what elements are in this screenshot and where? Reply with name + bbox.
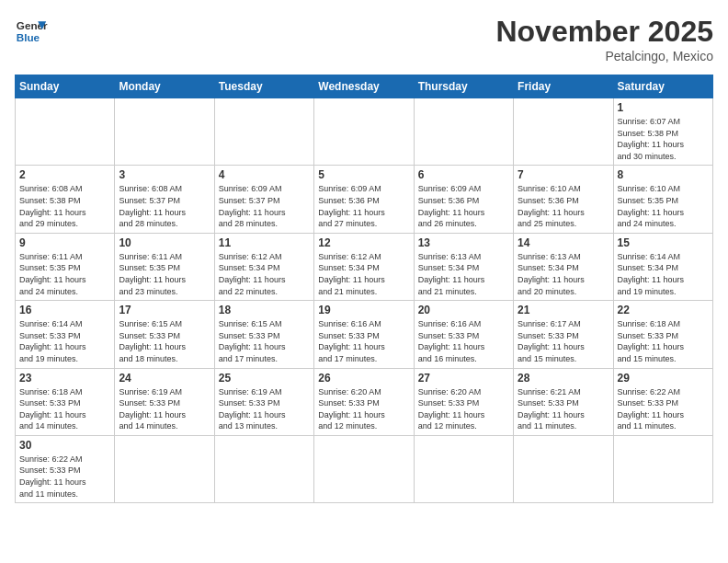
calendar-cell: [613, 435, 712, 502]
day-number: 29: [618, 372, 709, 385]
calendar-cell: 27Sunrise: 6:20 AMSunset: 5:33 PMDayligh…: [414, 368, 513, 435]
week-row-6: 30Sunrise: 6:22 AMSunset: 5:33 PMDayligh…: [16, 435, 713, 502]
logo: General Blue: [15, 15, 48, 48]
week-row-1: 1Sunrise: 6:07 AMSunset: 5:38 PMDaylight…: [16, 98, 713, 166]
day-info: Sunrise: 6:13 AMSunset: 5:34 PMDaylight:…: [418, 251, 509, 297]
day-info: Sunrise: 6:15 AMSunset: 5:33 PMDaylight:…: [119, 318, 210, 364]
calendar-cell: 14Sunrise: 6:13 AMSunset: 5:34 PMDayligh…: [514, 233, 613, 300]
day-info: Sunrise: 6:19 AMSunset: 5:33 PMDaylight:…: [219, 386, 310, 432]
day-number: 2: [19, 168, 110, 181]
day-info: Sunrise: 6:21 AMSunset: 5:33 PMDaylight:…: [518, 386, 609, 432]
day-info: Sunrise: 6:09 AMSunset: 5:37 PMDaylight:…: [219, 183, 310, 229]
day-info: Sunrise: 6:22 AMSunset: 5:33 PMDaylight:…: [618, 386, 709, 432]
calendar-cell: 28Sunrise: 6:21 AMSunset: 5:33 PMDayligh…: [514, 368, 613, 435]
calendar-cell: 10Sunrise: 6:11 AMSunset: 5:35 PMDayligh…: [115, 233, 214, 300]
day-number: 11: [219, 236, 310, 249]
weekday-header-thursday: Thursday: [414, 75, 513, 98]
day-number: 28: [518, 372, 609, 385]
day-number: 26: [318, 372, 409, 385]
day-info: Sunrise: 6:14 AMSunset: 5:33 PMDaylight:…: [19, 318, 110, 364]
day-info: Sunrise: 6:18 AMSunset: 5:33 PMDaylight:…: [618, 318, 709, 364]
calendar-cell: 22Sunrise: 6:18 AMSunset: 5:33 PMDayligh…: [613, 301, 712, 368]
day-number: 15: [618, 236, 709, 249]
calendar-cell: [16, 98, 115, 166]
day-info: Sunrise: 6:11 AMSunset: 5:35 PMDaylight:…: [119, 251, 210, 297]
day-info: Sunrise: 6:17 AMSunset: 5:33 PMDaylight:…: [518, 318, 609, 364]
day-number: 21: [518, 304, 609, 316]
weekday-header-monday: Monday: [115, 75, 214, 98]
page-header: General Blue November 2025 Petalcingo, M…: [15, 15, 713, 63]
day-number: 25: [219, 372, 310, 385]
calendar-table: SundayMondayTuesdayWednesdayThursdayFrid…: [15, 75, 713, 503]
calendar-cell: 12Sunrise: 6:12 AMSunset: 5:34 PMDayligh…: [314, 233, 414, 300]
day-number: 23: [19, 372, 110, 385]
day-info: Sunrise: 6:19 AMSunset: 5:33 PMDaylight:…: [119, 386, 210, 432]
day-info: Sunrise: 6:12 AMSunset: 5:34 PMDaylight:…: [318, 251, 409, 297]
day-info: Sunrise: 6:15 AMSunset: 5:33 PMDaylight:…: [219, 318, 310, 364]
day-info: Sunrise: 6:11 AMSunset: 5:35 PMDaylight:…: [19, 251, 110, 297]
calendar-cell: [514, 435, 613, 502]
weekday-header-tuesday: Tuesday: [214, 75, 313, 98]
day-number: 6: [418, 168, 509, 181]
calendar-cell: [414, 435, 513, 502]
day-info: Sunrise: 6:13 AMSunset: 5:34 PMDaylight:…: [518, 251, 609, 297]
day-number: 24: [119, 372, 210, 385]
day-number: 1: [618, 101, 709, 114]
day-info: Sunrise: 6:20 AMSunset: 5:33 PMDaylight:…: [418, 386, 509, 432]
day-number: 30: [19, 439, 110, 452]
day-info: Sunrise: 6:20 AMSunset: 5:33 PMDaylight:…: [318, 386, 409, 432]
day-info: Sunrise: 6:09 AMSunset: 5:36 PMDaylight:…: [318, 183, 409, 229]
day-number: 5: [318, 168, 409, 181]
weekday-header-row: SundayMondayTuesdayWednesdayThursdayFrid…: [16, 75, 713, 98]
day-info: Sunrise: 6:09 AMSunset: 5:36 PMDaylight:…: [418, 183, 509, 229]
calendar-cell: 30Sunrise: 6:22 AMSunset: 5:33 PMDayligh…: [16, 435, 115, 502]
day-info: Sunrise: 6:22 AMSunset: 5:33 PMDaylight:…: [19, 454, 110, 500]
day-number: 27: [418, 372, 509, 385]
calendar-cell: 15Sunrise: 6:14 AMSunset: 5:34 PMDayligh…: [613, 233, 712, 300]
day-info: Sunrise: 6:08 AMSunset: 5:37 PMDaylight:…: [119, 183, 210, 229]
calendar-cell: 3Sunrise: 6:08 AMSunset: 5:37 PMDaylight…: [115, 166, 214, 233]
day-number: 18: [219, 304, 310, 316]
day-number: 17: [119, 304, 210, 316]
day-info: Sunrise: 6:10 AMSunset: 5:35 PMDaylight:…: [618, 183, 709, 229]
weekday-header-wednesday: Wednesday: [314, 75, 414, 98]
day-number: 9: [19, 236, 110, 249]
month-title: November 2025: [495, 15, 713, 49]
calendar-cell: [115, 98, 214, 166]
calendar-cell: 8Sunrise: 6:10 AMSunset: 5:35 PMDaylight…: [613, 166, 712, 233]
day-number: 7: [518, 168, 609, 181]
day-info: Sunrise: 6:08 AMSunset: 5:38 PMDaylight:…: [19, 183, 110, 229]
day-info: Sunrise: 6:10 AMSunset: 5:36 PMDaylight:…: [518, 183, 609, 229]
day-info: Sunrise: 6:18 AMSunset: 5:33 PMDaylight:…: [19, 386, 110, 432]
calendar-cell: 24Sunrise: 6:19 AMSunset: 5:33 PMDayligh…: [115, 368, 214, 435]
location: Petalcingo, Mexico: [495, 49, 713, 63]
title-block: November 2025 Petalcingo, Mexico: [495, 15, 713, 63]
calendar-cell: [314, 98, 414, 166]
week-row-4: 16Sunrise: 6:14 AMSunset: 5:33 PMDayligh…: [16, 301, 713, 368]
calendar-cell: 13Sunrise: 6:13 AMSunset: 5:34 PMDayligh…: [414, 233, 513, 300]
calendar-cell: 23Sunrise: 6:18 AMSunset: 5:33 PMDayligh…: [16, 368, 115, 435]
day-number: 3: [119, 168, 210, 181]
calendar-cell: 20Sunrise: 6:16 AMSunset: 5:33 PMDayligh…: [414, 301, 513, 368]
day-info: Sunrise: 6:14 AMSunset: 5:34 PMDaylight:…: [618, 251, 709, 297]
day-number: 10: [119, 236, 210, 249]
calendar-cell: [214, 98, 313, 166]
calendar-cell: [115, 435, 214, 502]
calendar-cell: 9Sunrise: 6:11 AMSunset: 5:35 PMDaylight…: [16, 233, 115, 300]
calendar-cell: 7Sunrise: 6:10 AMSunset: 5:36 PMDaylight…: [514, 166, 613, 233]
day-number: 19: [318, 304, 409, 316]
calendar-cell: [214, 435, 313, 502]
week-row-3: 9Sunrise: 6:11 AMSunset: 5:35 PMDaylight…: [16, 233, 713, 300]
week-row-2: 2Sunrise: 6:08 AMSunset: 5:38 PMDaylight…: [16, 166, 713, 233]
calendar-cell: 16Sunrise: 6:14 AMSunset: 5:33 PMDayligh…: [16, 301, 115, 368]
calendar-cell: [314, 435, 414, 502]
day-info: Sunrise: 6:16 AMSunset: 5:33 PMDaylight:…: [418, 318, 509, 364]
week-row-5: 23Sunrise: 6:18 AMSunset: 5:33 PMDayligh…: [16, 368, 713, 435]
calendar-cell: 1Sunrise: 6:07 AMSunset: 5:38 PMDaylight…: [613, 98, 712, 166]
calendar-cell: 2Sunrise: 6:08 AMSunset: 5:38 PMDaylight…: [16, 166, 115, 233]
day-number: 13: [418, 236, 509, 249]
calendar-cell: 25Sunrise: 6:19 AMSunset: 5:33 PMDayligh…: [214, 368, 313, 435]
weekday-header-friday: Friday: [514, 75, 613, 98]
day-number: 20: [418, 304, 509, 316]
logo-icon: General Blue: [15, 15, 48, 48]
